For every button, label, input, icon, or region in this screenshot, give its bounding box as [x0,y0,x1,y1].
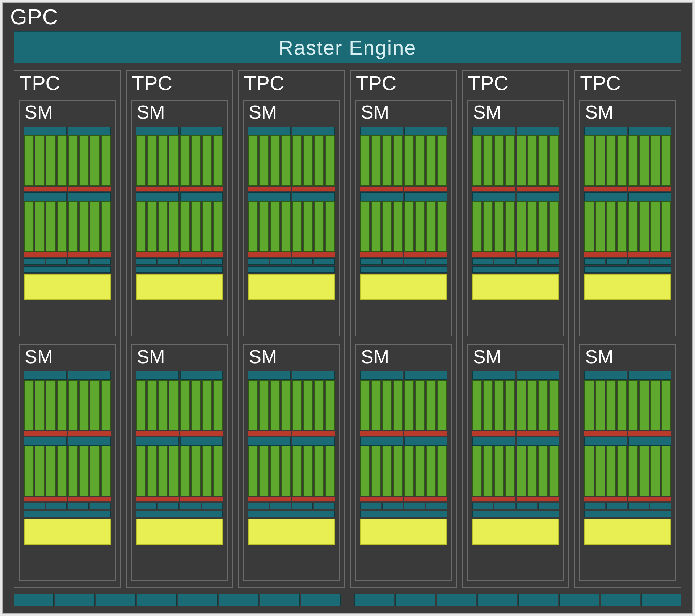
sfu-bar [404,497,447,501]
sm-body [472,371,559,575]
scheduler-bar [360,437,403,446]
sfu-bar [360,497,403,501]
core-column [437,380,447,430]
scheduler-bar [68,192,111,201]
cache-segment [136,258,157,265]
sm-body [360,371,447,575]
scheduler-bar [24,127,67,135]
shared-memory-block [248,519,335,545]
cache-segment [90,503,111,509]
shared-memory-block [584,519,671,545]
sm-body [136,371,223,575]
rop-segment [55,594,94,606]
sm-partition-pair [360,192,447,257]
core-column [180,380,190,430]
core-column [393,135,403,186]
core-column [628,380,638,430]
scheduler-bar [136,371,179,380]
sm-partition [180,437,223,501]
scheduler-bar [584,127,627,135]
sfu-bar [360,431,403,436]
core-column [549,446,559,496]
sfu-bar [68,431,111,436]
l1-cache-bar [136,511,223,517]
core-columns [360,135,403,186]
cache-segment-row [584,503,671,509]
cache-segment [628,258,649,265]
core-column [483,135,493,186]
rop-segment [301,594,341,606]
core-column [169,135,178,186]
sm-label: SM [585,101,671,123]
sm-block: SM [131,344,228,581]
core-column [661,135,671,186]
sfu-bar [628,252,671,257]
sm-partition-pair [584,371,671,436]
cache-segment [538,258,559,265]
cache-segment [158,258,179,265]
scheduler-bar [628,437,671,446]
core-column [68,380,78,430]
sm-partition-pair [472,371,559,436]
core-columns [404,135,447,186]
core-column [606,201,616,252]
core-columns [404,446,447,496]
core-column [415,446,425,496]
core-columns [628,380,671,430]
sm-partition-pair [136,371,223,436]
core-column [281,380,291,430]
sm-body [24,371,111,575]
sm-partition [360,127,403,191]
core-column [292,446,302,496]
core-columns [472,201,515,252]
scheduler-bar [292,192,335,201]
sm-partition [292,371,335,436]
sfu-bar [404,431,447,436]
sm-block: SM [467,100,564,336]
core-column [494,201,504,252]
core-column [101,446,111,496]
core-column [393,380,403,430]
sm-block: SM [355,344,452,581]
l1-cache-bar [584,266,671,273]
core-column [527,380,537,430]
rop-segment [518,594,558,606]
sm-partition-pair [136,437,223,501]
core-columns [472,135,515,186]
cache-segment [248,258,269,265]
core-column [90,201,100,252]
cache-segment-row [248,258,335,265]
core-column [606,446,616,496]
rop-bar-group [14,594,341,606]
sm-partition [248,371,291,436]
rop-segment [395,594,435,606]
l1-cache-bar [472,511,559,517]
scheduler-bar [24,192,67,201]
cache-segment [202,503,223,509]
rop-segment [559,594,599,606]
cache-segment [404,258,425,265]
sm-partition [517,127,559,191]
scheduler-bar [24,371,67,380]
core-column [371,201,381,252]
core-column [595,201,605,252]
cache-segment [382,503,403,509]
core-column [79,135,89,186]
sfu-bar [628,431,671,436]
scheduler-bar [68,127,111,135]
gpc-container: GPC Raster Engine TPCSMSMTPCSMSMTPCSMSMT… [2,2,693,614]
core-column [628,446,638,496]
sfu-bar [180,431,223,436]
scheduler-bar [180,437,223,446]
scheduler-bar [180,192,223,201]
core-column [248,135,258,186]
core-column [213,201,223,252]
core-column [281,135,291,186]
sm-partition-pair [584,127,671,191]
sfu-bar [68,187,111,191]
sm-body [360,127,447,331]
sm-partition [628,371,671,436]
sfu-bar [292,252,335,257]
core-column [57,201,67,252]
cache-segment [360,503,381,509]
